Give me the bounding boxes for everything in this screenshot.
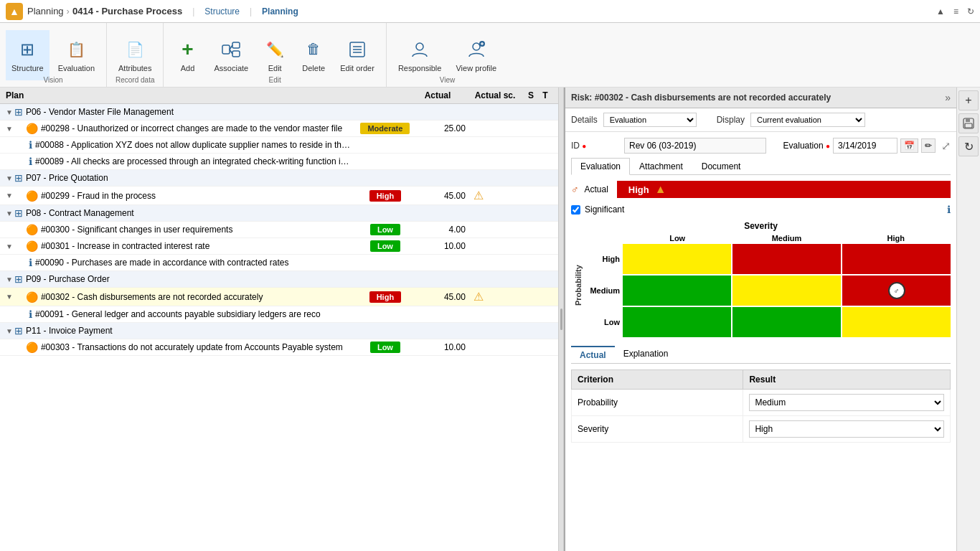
side-refresh-button[interactable]: ↻ [958,136,979,156]
add-button[interactable]: + Add [169,30,205,80]
date-edit-button[interactable]: ✏ [921,138,936,153]
control-icon: ℹ [29,139,32,151]
info-icon[interactable]: ℹ [947,204,951,215]
tab-document[interactable]: Document [692,158,750,174]
matrix-cell [842,244,951,274]
person-icon[interactable]: ▲ [936,6,945,17]
collapse-icon[interactable]: ▼ [6,174,13,182]
collapse-icon[interactable]: ▼ [6,293,13,301]
breadcrumb: Planning › 0414 - Purchase Process [27,6,182,17]
list-item[interactable]: ▼ 🟠 #00299 - Fraud in the process High 4… [0,187,558,205]
probability-select[interactable]: Low Medium High [749,394,944,411]
risk-icon: 🟠 [26,224,38,235]
list-item[interactable]: ℹ #00088 - Application XYZ does not allo… [0,137,558,154]
significant-checkbox[interactable] [571,205,580,215]
list-item[interactable]: ▼ 🟠 #00300 - Significant changes in user… [0,222,558,238]
editorder-button[interactable]: Edit order [334,30,380,80]
matrix-cell [732,307,841,337]
matrix-header-high: High [842,234,951,242]
significant-label: Significant [585,204,624,215]
list-item[interactable]: ▼ 🟠 #00301 - Increase in contracted inte… [0,238,558,255]
list-item[interactable]: ▼ ⊞ P11 - Invoice Payment [0,323,558,339]
associate-button[interactable]: Associate [208,30,254,80]
viewprofile-button[interactable]: View profile [450,30,502,80]
tab-attachment[interactable]: Attachment [630,158,692,174]
refresh-icon[interactable]: ↻ [967,6,974,17]
plan-list: ▼ ⊞ P06 - Vendor Master File Management … [0,104,558,551]
id-date-row: ID ● Evaluation ● 📅 ✏ ⤢ [571,138,951,154]
expand-button[interactable]: » [945,92,951,103]
criterion-table: Criterion Result Probability Low Medium … [571,369,951,443]
calendar-button[interactable]: 📅 [900,138,918,153]
main-content: Plan Actual Actual sc. S T ▼ ⊞ P06 - Ven… [0,88,980,551]
section-icon: ⊞ [14,106,23,118]
control-icon: ℹ [29,309,32,320]
list-item[interactable]: ▼ ⊞ P06 - Vendor Master File Management [0,104,558,121]
nav-planning[interactable]: Planning [262,6,298,17]
resize-icon[interactable]: ⤢ [941,139,951,153]
list-item[interactable]: ℹ #00090 - Purchases are made in accorda… [0,255,558,271]
id-field[interactable] [624,138,766,154]
list-item[interactable]: ▼ 🟠 #00303 - Transactions do not accurat… [0,339,558,356]
responsible-button[interactable]: Responsible [392,30,448,80]
right-panel-content: ID ● Evaluation ● 📅 ✏ ⤢ Evaluation Attac… [565,132,956,551]
left-panel: Plan Actual Actual sc. S T ▼ ⊞ P06 - Ven… [0,88,558,551]
side-add-button[interactable]: + [958,90,979,110]
splitter[interactable] [558,88,564,551]
tab-evaluation[interactable]: Evaluation [571,158,630,175]
tab-explanation[interactable]: Explanation [615,346,677,363]
actual-explanation-tabs: Actual Explanation [571,346,951,364]
matrix-header-low: Low [623,234,732,242]
matrix-cell [623,244,731,274]
table-row: Probability Low Medium High [572,390,951,416]
result-header: Result [743,370,951,390]
top-bar: ▲ Planning › 0414 - Purchase Process | S… [0,0,980,23]
matrix-indicator[interactable]: ♂ [888,282,905,299]
right-side-actions: + ↻ [956,88,980,551]
evaluation-button[interactable]: 📋 Evaluation [52,30,100,80]
toolbar: ⊞ Structure 📋 Evaluation Vision 📄 Attrib… [0,23,980,88]
tab-actual[interactable]: Actual [571,346,615,363]
section-icon: ⊞ [14,207,23,219]
structure-button[interactable]: ⊞ Structure [6,30,50,80]
matrix-row-low: Low [585,307,623,337]
criterion-severity: Severity [572,416,743,443]
list-item[interactable]: ▼ ⊞ P09 - Purchase Order [0,271,558,288]
toolbar-group-record: 📄 Attributes Record data [107,23,164,87]
side-save-button[interactable] [958,113,979,133]
eval-date-field[interactable] [833,138,897,154]
collapse-icon[interactable]: ▼ [6,108,13,116]
collapse-icon[interactable]: ▼ [6,192,13,199]
list-item[interactable]: ▼ 🟠 #00298 - Unauthorized or incorrect c… [0,121,558,137]
matrix-cell [732,276,841,306]
triangle-icon: ▲ [655,183,666,196]
svg-point-10 [473,43,480,50]
risk-icon: 🟠 [26,190,38,202]
significant-row: Significant ℹ [571,204,951,215]
list-item[interactable]: ▼ ⊞ P07 - Price Quotation [0,170,558,187]
nav-structure[interactable]: Structure [204,6,240,17]
delete-button[interactable]: 🗑 Delete [296,30,331,80]
collapse-icon[interactable]: ▼ [6,327,13,335]
attributes-button[interactable]: 📄 Attributes [113,30,157,80]
edit-button[interactable]: ✏️ Edit [257,30,293,80]
list-item[interactable]: ℹ #00091 - General ledger and accounts p… [0,306,558,323]
list-item[interactable]: ▼ ⊞ P08 - Contract Management [0,205,558,222]
list-item[interactable]: ▼ 🟠 #00302 - Cash disbursements are not … [0,288,558,306]
male-symbol: ♂ [571,184,579,195]
collapse-icon[interactable]: ▼ [6,209,13,217]
toolbar-group-view: Responsible View profile View [387,23,508,87]
breadcrumb-current: 0414 - Purchase Process [72,6,182,17]
collapse-icon[interactable]: ▼ [6,276,13,283]
details-label: Details [571,115,598,125]
display-select[interactable]: Current evaluation Previous evaluation [750,113,865,127]
collapse-icon[interactable]: ▼ [6,242,13,250]
right-panel: Risk: #00302 - Cash disbursements are no… [564,88,956,551]
menu-icon[interactable]: ≡ [953,6,958,17]
breadcrumb-planning[interactable]: Planning [27,6,64,17]
collapse-icon[interactable]: ▼ [6,125,13,133]
risk-icon: 🟠 [26,291,38,303]
severity-select[interactable]: Low Medium High [749,420,944,438]
details-select[interactable]: Evaluation Criteria Summary [603,113,697,127]
list-item[interactable]: ℹ #00089 - All checks are processed thro… [0,154,558,170]
